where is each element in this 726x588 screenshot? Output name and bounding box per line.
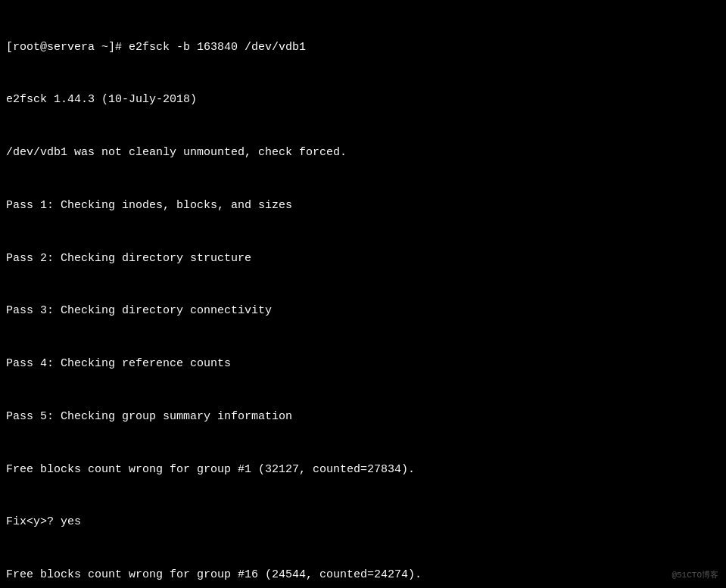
output-line-1: e2fsck 1.44.3 (10-July-2018): [6, 91, 720, 108]
output-line-5: Pass 3: Checking directory connectivity: [6, 302, 720, 319]
output-line-7: Pass 5: Checking group summary informati…: [6, 408, 720, 425]
output-line-6: Pass 4: Checking reference counts: [6, 355, 720, 372]
output-line-4: Pass 2: Checking directory structure: [6, 250, 720, 267]
output-line-9: Fix<y>? yes: [6, 513, 720, 530]
output-line-3: Pass 1: Checking inodes, blocks, and siz…: [6, 197, 720, 214]
output-line-2: /dev/vdb1 was not cleanly unmounted, che…: [6, 144, 720, 161]
terminal-window: [root@servera ~]# e2fsck -b 163840 /dev/…: [0, 0, 726, 588]
command-line: [root@servera ~]# e2fsck -b 163840 /dev/…: [6, 39, 720, 56]
output-line-8: Free blocks count wrong for group #1 (32…: [6, 461, 720, 478]
terminal-content: [root@servera ~]# e2fsck -b 163840 /dev/…: [0, 0, 726, 588]
output-line-10: Free blocks count wrong for group #16 (2…: [6, 566, 720, 583]
watermark: @51CTO博客: [671, 569, 718, 580]
